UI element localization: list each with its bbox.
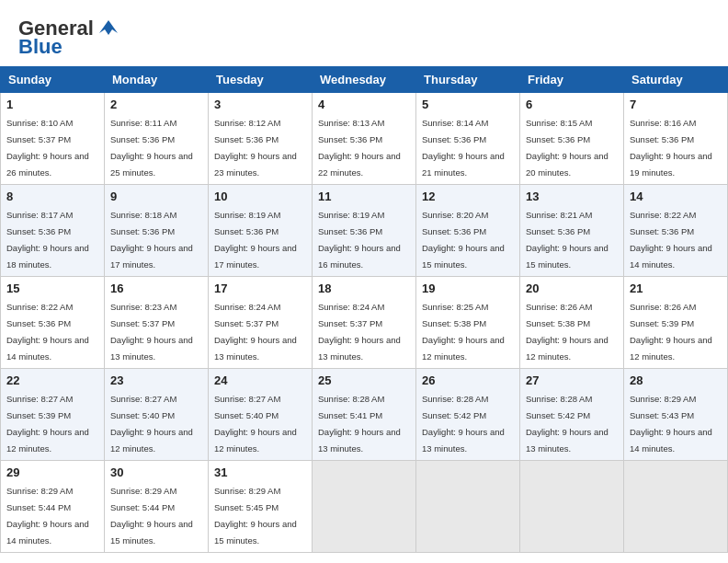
day-info: Sunrise: 8:26 AMSunset: 5:38 PMDaylight:… <box>526 302 609 362</box>
calendar-header-row: SundayMondayTuesdayWednesdayThursdayFrid… <box>1 67 728 93</box>
day-info: Sunrise: 8:12 AMSunset: 5:36 PMDaylight:… <box>214 118 297 178</box>
day-info: Sunrise: 8:17 AMSunset: 5:36 PMDaylight:… <box>6 210 89 270</box>
page-header: General Blue <box>0 0 728 66</box>
calendar-cell <box>520 461 624 553</box>
day-info: Sunrise: 8:19 AMSunset: 5:36 PMDaylight:… <box>318 210 401 270</box>
calendar-cell: 15 Sunrise: 8:22 AMSunset: 5:36 PMDaylig… <box>1 277 105 369</box>
day-info: Sunrise: 8:18 AMSunset: 5:36 PMDaylight:… <box>110 210 193 270</box>
day-number: 8 <box>6 190 98 203</box>
day-number: 29 <box>6 465 98 479</box>
calendar-cell: 23 Sunrise: 8:27 AMSunset: 5:40 PMDaylig… <box>105 369 209 461</box>
day-number: 25 <box>318 373 410 387</box>
day-info: Sunrise: 8:22 AMSunset: 5:36 PMDaylight:… <box>6 302 89 362</box>
calendar-cell: 5 Sunrise: 8:14 AMSunset: 5:36 PMDayligh… <box>416 93 520 185</box>
day-info: Sunrise: 8:19 AMSunset: 5:36 PMDaylight:… <box>214 210 297 270</box>
calendar-cell <box>624 461 728 553</box>
day-info: Sunrise: 8:22 AMSunset: 5:36 PMDaylight:… <box>630 210 712 270</box>
calendar-week-1: 1 Sunrise: 8:10 AMSunset: 5:37 PMDayligh… <box>1 93 728 185</box>
day-info: Sunrise: 8:10 AMSunset: 5:37 PMDaylight:… <box>6 118 89 178</box>
day-number: 26 <box>422 373 514 387</box>
calendar-cell: 1 Sunrise: 8:10 AMSunset: 5:37 PMDayligh… <box>1 93 105 185</box>
calendar-cell: 8 Sunrise: 8:17 AMSunset: 5:36 PMDayligh… <box>1 185 105 277</box>
calendar-cell: 22 Sunrise: 8:27 AMSunset: 5:39 PMDaylig… <box>1 369 105 461</box>
calendar-cell: 26 Sunrise: 8:28 AMSunset: 5:42 PMDaylig… <box>416 369 520 461</box>
day-info: Sunrise: 8:24 AMSunset: 5:37 PMDaylight:… <box>318 302 401 362</box>
calendar-cell: 4 Sunrise: 8:13 AMSunset: 5:36 PMDayligh… <box>313 93 416 185</box>
calendar-cell: 18 Sunrise: 8:24 AMSunset: 5:37 PMDaylig… <box>313 277 416 369</box>
day-number: 13 <box>526 190 618 203</box>
calendar-header-tuesday: Tuesday <box>209 67 313 93</box>
day-info: Sunrise: 8:24 AMSunset: 5:37 PMDaylight:… <box>214 302 297 362</box>
day-number: 1 <box>6 98 98 111</box>
day-info: Sunrise: 8:29 AMSunset: 5:44 PMDaylight:… <box>6 486 89 546</box>
calendar-week-2: 8 Sunrise: 8:17 AMSunset: 5:36 PMDayligh… <box>1 185 728 277</box>
day-info: Sunrise: 8:11 AMSunset: 5:36 PMDaylight:… <box>110 118 193 178</box>
day-info: Sunrise: 8:29 AMSunset: 5:45 PMDaylight:… <box>214 486 297 546</box>
day-number: 22 <box>6 373 98 387</box>
day-info: Sunrise: 8:20 AMSunset: 5:36 PMDaylight:… <box>422 210 505 270</box>
calendar-cell: 17 Sunrise: 8:24 AMSunset: 5:37 PMDaylig… <box>209 277 313 369</box>
day-number: 2 <box>110 98 202 111</box>
calendar-cell: 6 Sunrise: 8:15 AMSunset: 5:36 PMDayligh… <box>520 93 624 185</box>
calendar-cell: 16 Sunrise: 8:23 AMSunset: 5:37 PMDaylig… <box>105 277 209 369</box>
day-number: 7 <box>630 98 722 111</box>
calendar-week-3: 15 Sunrise: 8:22 AMSunset: 5:36 PMDaylig… <box>1 277 728 369</box>
day-number: 16 <box>110 282 202 295</box>
day-info: Sunrise: 8:27 AMSunset: 5:40 PMDaylight:… <box>110 394 193 454</box>
calendar-cell: 13 Sunrise: 8:21 AMSunset: 5:36 PMDaylig… <box>520 185 624 277</box>
svg-marker-0 <box>99 20 118 35</box>
calendar-cell: 27 Sunrise: 8:28 AMSunset: 5:42 PMDaylig… <box>520 369 624 461</box>
calendar-header-wednesday: Wednesday <box>313 67 416 93</box>
day-info: Sunrise: 8:28 AMSunset: 5:42 PMDaylight:… <box>422 394 505 454</box>
calendar-cell: 3 Sunrise: 8:12 AMSunset: 5:36 PMDayligh… <box>209 93 313 185</box>
calendar-header-thursday: Thursday <box>416 67 520 93</box>
day-number: 24 <box>214 373 306 387</box>
day-number: 9 <box>110 190 202 203</box>
day-number: 31 <box>214 465 306 479</box>
day-number: 3 <box>214 98 306 111</box>
day-info: Sunrise: 8:27 AMSunset: 5:40 PMDaylight:… <box>214 394 297 454</box>
logo: General Blue <box>18 17 121 59</box>
calendar-cell: 25 Sunrise: 8:28 AMSunset: 5:41 PMDaylig… <box>313 369 416 461</box>
day-info: Sunrise: 8:29 AMSunset: 5:44 PMDaylight:… <box>110 486 193 546</box>
logo-blue: Blue <box>18 35 63 59</box>
day-number: 23 <box>110 373 202 387</box>
calendar-cell: 30 Sunrise: 8:29 AMSunset: 5:44 PMDaylig… <box>105 461 209 553</box>
day-number: 5 <box>422 98 514 111</box>
day-number: 14 <box>630 190 722 203</box>
day-info: Sunrise: 8:26 AMSunset: 5:39 PMDaylight:… <box>630 302 712 362</box>
calendar-header-saturday: Saturday <box>624 67 728 93</box>
day-info: Sunrise: 8:27 AMSunset: 5:39 PMDaylight:… <box>6 394 89 454</box>
calendar-cell: 24 Sunrise: 8:27 AMSunset: 5:40 PMDaylig… <box>209 369 313 461</box>
day-number: 18 <box>318 282 410 295</box>
calendar-header-monday: Monday <box>105 67 209 93</box>
calendar-cell <box>313 461 416 553</box>
day-info: Sunrise: 8:28 AMSunset: 5:42 PMDaylight:… <box>526 394 609 454</box>
day-number: 4 <box>318 98 410 111</box>
day-number: 6 <box>526 98 618 111</box>
day-info: Sunrise: 8:25 AMSunset: 5:38 PMDaylight:… <box>422 302 505 362</box>
calendar-week-5: 29 Sunrise: 8:29 AMSunset: 5:44 PMDaylig… <box>1 461 728 553</box>
day-number: 12 <box>422 190 514 203</box>
calendar-cell: 10 Sunrise: 8:19 AMSunset: 5:36 PMDaylig… <box>209 185 313 277</box>
calendar-cell: 20 Sunrise: 8:26 AMSunset: 5:38 PMDaylig… <box>520 277 624 369</box>
calendar-week-4: 22 Sunrise: 8:27 AMSunset: 5:39 PMDaylig… <box>1 369 728 461</box>
day-info: Sunrise: 8:13 AMSunset: 5:36 PMDaylight:… <box>318 118 401 178</box>
day-info: Sunrise: 8:16 AMSunset: 5:36 PMDaylight:… <box>630 118 712 178</box>
calendar-cell <box>416 461 520 553</box>
calendar-cell: 7 Sunrise: 8:16 AMSunset: 5:36 PMDayligh… <box>624 93 728 185</box>
calendar-cell: 2 Sunrise: 8:11 AMSunset: 5:36 PMDayligh… <box>105 93 209 185</box>
calendar-cell: 31 Sunrise: 8:29 AMSunset: 5:45 PMDaylig… <box>209 461 313 553</box>
logo-bird-icon <box>96 17 121 37</box>
calendar-body: 1 Sunrise: 8:10 AMSunset: 5:37 PMDayligh… <box>1 93 728 553</box>
calendar-cell: 19 Sunrise: 8:25 AMSunset: 5:38 PMDaylig… <box>416 277 520 369</box>
day-number: 17 <box>214 282 306 295</box>
day-info: Sunrise: 8:14 AMSunset: 5:36 PMDaylight:… <box>422 118 505 178</box>
calendar-cell: 29 Sunrise: 8:29 AMSunset: 5:44 PMDaylig… <box>1 461 105 553</box>
day-number: 19 <box>422 282 514 295</box>
calendar-cell: 28 Sunrise: 8:29 AMSunset: 5:43 PMDaylig… <box>624 369 728 461</box>
day-number: 21 <box>630 282 722 295</box>
day-info: Sunrise: 8:28 AMSunset: 5:41 PMDaylight:… <box>318 394 401 454</box>
calendar-cell: 9 Sunrise: 8:18 AMSunset: 5:36 PMDayligh… <box>105 185 209 277</box>
calendar-cell: 12 Sunrise: 8:20 AMSunset: 5:36 PMDaylig… <box>416 185 520 277</box>
